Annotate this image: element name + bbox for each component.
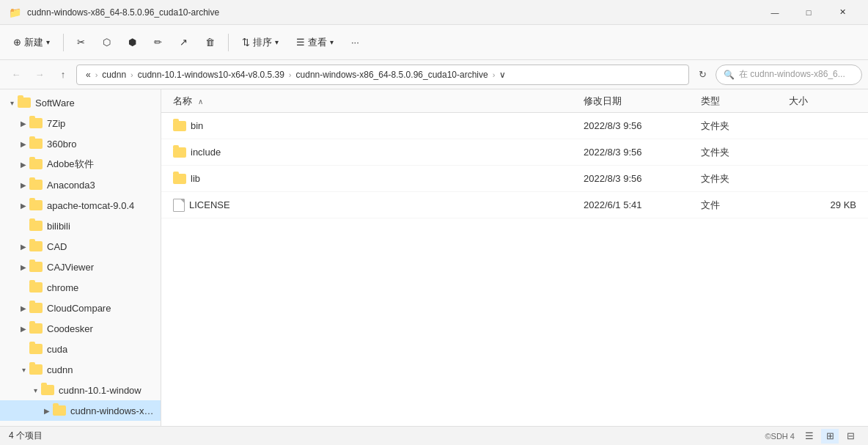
sidebar-item-cudnn[interactable]: ▾ cudnn (0, 359, 161, 380)
table-row[interactable]: include 2022/8/3 9:56 文件夹 (161, 139, 868, 166)
sidebar-item-360bro[interactable]: ▶ 360bro (0, 133, 161, 154)
sidebar-item-cloudcompare[interactable]: ▶ CloudCompare (0, 298, 161, 318)
copy-icon: ⬡ (103, 37, 111, 48)
col-header-type[interactable]: 类型 (701, 95, 789, 108)
folder-icon-cloudcompare (29, 303, 43, 313)
table-row[interactable]: bin 2022/8/3 9:56 文件夹 (161, 113, 868, 139)
expand-icon-anaconda3: ▶ (18, 179, 29, 191)
more-button[interactable]: ··· (344, 32, 367, 52)
sidebar-label-cuda: cuda (47, 344, 67, 355)
status-bar: 4 个项目 ©SDH 4 ☰ ⊞ ⊟ (0, 426, 868, 445)
list-view-button[interactable]: ☰ (801, 429, 818, 444)
tile-view-button[interactable]: ⊟ (842, 429, 859, 444)
sort-button[interactable]: ⇅ 排序 ▾ (235, 32, 286, 54)
maximize-button[interactable]: □ (792, 0, 825, 25)
expand-icon-7zip: ▶ (18, 117, 29, 129)
folder-icon-adobe (29, 159, 43, 169)
folder-icon-cad (29, 241, 43, 251)
folder-icon-include (173, 147, 186, 158)
sidebar-item-cudnnarchive[interactable]: ▶ cudnn-windows-x… (0, 400, 161, 421)
sidebar-label-bilibili: bilibili (47, 221, 70, 232)
expand-icon-cajviewer: ▶ (18, 261, 29, 273)
col-header-size[interactable]: 大小 (789, 95, 862, 108)
sidebar-item-anaconda3[interactable]: ▶ Anaconda3 (0, 174, 161, 195)
detail-view-button[interactable]: ⊞ (821, 429, 839, 444)
sort-icon: ⇅ (242, 37, 250, 48)
expand-icon-cloudcompare: ▶ (18, 302, 29, 314)
search-icon: 🔍 (724, 70, 735, 80)
table-row[interactable]: lib 2022/8/3 9:56 文件夹 (161, 166, 868, 192)
breadcrumb-current[interactable]: cudnn-windows-x86_64-8.5.0.96_cuda10-arc… (293, 68, 491, 81)
sidebar-item-cuda[interactable]: cuda (0, 339, 161, 359)
sidebar-label-coodesker: Coodesker (47, 323, 93, 334)
search-box[interactable]: 🔍 在 cudnn-windows-x86_6... (716, 65, 862, 85)
file-list-header: 名称 ∧ 修改日期 类型 大小 (161, 89, 868, 113)
breadcrumb-sep-0: › (95, 70, 98, 79)
sidebar-item-coodesker[interactable]: ▶ Coodesker (0, 318, 161, 339)
refresh-button[interactable]: ↻ (692, 65, 713, 85)
col-header-date[interactable]: 修改日期 (584, 95, 701, 108)
folder-icon-apache (29, 200, 43, 210)
new-icon: ⊕ (13, 37, 21, 48)
title-bar-left: 📁 cudnn-windows-x86_64-8.5.0.96_cuda10-a… (9, 7, 219, 18)
breadcrumb-sep-1: › (130, 70, 133, 79)
cut-icon: ✂ (77, 37, 85, 48)
view-dropdown-icon: ▾ (330, 38, 334, 46)
sidebar-label-cudnn: cudnn (47, 364, 73, 375)
file-date-lib: 2022/8/3 9:56 (584, 173, 701, 184)
toolbar: ⊕ 新建 ▾ ✂ ⬡ ⬢ ✏ ↗ 🗑 ⇅ 排序 ▾ ☰ 查看 ▾ ··· (0, 25, 868, 60)
sidebar-item-apache[interactable]: ▶ apache-tomcat-9.0.4 (0, 195, 161, 216)
rename-button[interactable]: ✏ (147, 32, 169, 52)
sidebar-item-software[interactable]: ▾ SoftWare (0, 92, 161, 113)
close-button[interactable]: ✕ (825, 0, 859, 25)
col-date-label: 修改日期 (584, 95, 622, 106)
share-button[interactable]: ↗ (172, 32, 195, 52)
file-name-cell-bin: bin (167, 120, 584, 131)
folder-icon-cajviewer (29, 262, 43, 272)
delete-button[interactable]: 🗑 (198, 32, 222, 52)
sidebar-label-software: SoftWare (35, 98, 75, 109)
sidebar-item-cudnn101[interactable]: ▾ cudnn-10.1-window (0, 380, 161, 400)
sidebar-label-cudnn101: cudnn-10.1-window (59, 385, 141, 396)
file-type-license: 文件 (701, 199, 789, 212)
folder-icon-software (18, 98, 31, 108)
col-header-name[interactable]: 名称 ∧ (167, 95, 584, 108)
more-icon: ··· (351, 37, 359, 48)
sidebar-item-chrome[interactable]: chrome (0, 277, 161, 298)
breadcrumb-start[interactable]: « (83, 68, 94, 81)
expand-icon-apache: ▶ (18, 199, 29, 211)
folder-icon-cuda (29, 344, 43, 354)
sidebar-item-adobe[interactable]: ▶ Adobe软件 (0, 154, 161, 174)
forward-button[interactable]: → (29, 65, 50, 85)
minimize-button[interactable]: — (758, 0, 792, 25)
file-label-lib: lib (191, 173, 200, 184)
rename-icon: ✏ (154, 37, 162, 48)
up-button[interactable]: ↑ (53, 65, 73, 85)
folder-icon-bilibili (29, 221, 43, 231)
cut-button[interactable]: ✂ (70, 32, 92, 52)
breadcrumb-cudnn[interactable]: cudnn (99, 68, 129, 81)
new-button[interactable]: ⊕ 新建 ▾ (6, 32, 57, 54)
paste-button[interactable]: ⬢ (121, 32, 144, 52)
sidebar-item-cad[interactable]: ▶ CAD (0, 236, 161, 257)
copy-button[interactable]: ⬡ (95, 32, 118, 52)
file-date-bin: 2022/8/3 9:56 (584, 120, 701, 131)
sidebar-item-bilibili[interactable]: bilibili (0, 216, 161, 236)
title-bar: 📁 cudnn-windows-x86_64-8.5.0.96_cuda10-a… (0, 0, 868, 25)
folder-icon-cudnnarchive (53, 405, 66, 416)
breadcrumb-dropdown-icon[interactable]: ∨ (499, 70, 506, 80)
csdn-label: ©SDH 4 (765, 432, 795, 441)
sidebar-label-chrome: chrome (47, 282, 78, 293)
breadcrumb-parent[interactable]: cudnn-10.1-windows10-x64-v8.0.5.39 (135, 68, 287, 81)
window-title: cudnn-windows-x86_64-8.5.0.96_cuda10-arc… (27, 7, 219, 18)
view-button[interactable]: ☰ 查看 ▾ (289, 32, 341, 54)
expand-icon-cudnn101: ▾ (29, 384, 41, 396)
expand-icon-cad: ▶ (18, 240, 29, 252)
table-row[interactable]: LICENSE 2022/6/1 5:41 文件 29 KB (161, 192, 868, 218)
back-button[interactable]: ← (6, 65, 26, 85)
breadcrumb-sep-3: › (493, 70, 496, 79)
expand-icon-cudnn: ▾ (18, 364, 29, 375)
sidebar-item-7zip[interactable]: ▶ 7Zip (0, 113, 161, 133)
new-dropdown-icon: ▾ (46, 38, 50, 46)
sidebar-item-cajviewer[interactable]: ▶ CAJViewer (0, 257, 161, 277)
